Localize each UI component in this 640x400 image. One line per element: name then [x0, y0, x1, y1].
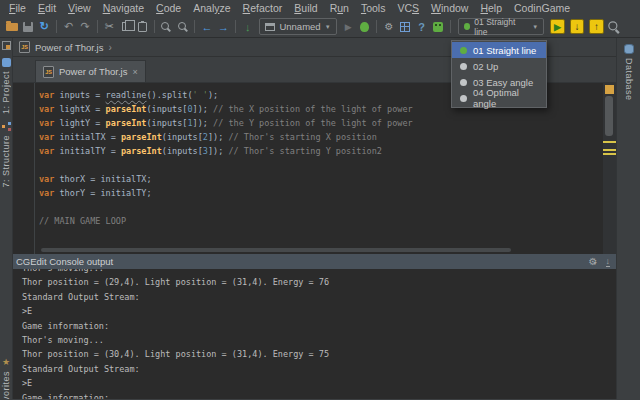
menu-edit[interactable]: Edit — [32, 1, 62, 15]
warning-marker — [605, 85, 614, 94]
menu-navigate[interactable]: Navigate — [97, 1, 150, 15]
console-actions: ⚙▾ ↓ — [589, 256, 610, 267]
menu-file[interactable]: File — [3, 1, 32, 15]
code-token: initialTX = — [54, 132, 121, 142]
menu-tools[interactable]: Tools — [355, 1, 392, 15]
code-token: ); — [208, 90, 218, 100]
settings-button[interactable]: ⚙ — [381, 18, 396, 36]
console-title: CGEdit Console output — [16, 256, 113, 267]
config-state-icon — [460, 47, 467, 54]
yellow-marker — [603, 149, 616, 151]
save-button[interactable] — [20, 18, 35, 36]
run-config-dropdown[interactable]: 01 Straight line ▼ — [458, 18, 545, 35]
chevron-down-icon: ▼ — [532, 24, 538, 30]
open-button[interactable] — [4, 18, 19, 36]
console-settings-button[interactable]: ⚙▾ — [589, 256, 597, 267]
menu-refactor[interactable]: Refactor — [237, 1, 289, 15]
console-line: >E — [22, 376, 616, 390]
upload-button[interactable]: ↑ — [589, 19, 603, 34]
toolbar-separator — [56, 20, 57, 33]
code-token: // Thor's starting Y position2 — [228, 146, 382, 156]
menu-help[interactable]: Help — [474, 1, 508, 15]
sidebar-item-favorites[interactable]: ★ Favorites — [1, 358, 11, 399]
search-everywhere-button[interactable] — [607, 18, 622, 36]
error-stripe[interactable] — [603, 83, 616, 254]
code-line[interactable]: var lightY = parseInt(inputs[1]); // the… — [39, 116, 603, 130]
find-button[interactable] — [159, 18, 174, 36]
play-icon: ▶ — [554, 22, 561, 32]
yellow-marker — [603, 153, 616, 155]
find-usages-button[interactable] — [175, 18, 190, 36]
run-button[interactable]: ▶ — [341, 18, 356, 36]
console-line: Standard Output Stream: — [22, 362, 616, 376]
code-token: readline — [106, 90, 147, 100]
back-button[interactable]: ← — [199, 18, 214, 36]
paste-button[interactable] — [134, 18, 149, 36]
project-structure-button[interactable] — [398, 18, 413, 36]
code-line[interactable]: var initialTX = parseInt(inputs[2]); // … — [39, 130, 603, 144]
menu-view[interactable]: View — [62, 1, 97, 15]
menu-build[interactable]: Build — [288, 1, 323, 15]
unnamed-dropdown[interactable]: Unnamed ▼ — [259, 18, 336, 35]
redo-button[interactable]: ↷ — [77, 18, 92, 36]
console-line: Standard Output Stream: — [22, 290, 616, 304]
menu-vcs[interactable]: VCS — [391, 1, 425, 15]
code-token: var — [39, 132, 54, 142]
run-config-option[interactable]: 01 Straight line — [452, 42, 546, 58]
codingame-sync-button[interactable] — [430, 18, 445, 36]
horizontal-scrollbar-thumb[interactable] — [41, 248, 511, 252]
console-line: Thor position = (30,4). Light position =… — [22, 347, 616, 361]
cut-button[interactable]: ✂ — [102, 18, 117, 36]
run-config-label: 01 Straight line — [474, 17, 528, 37]
favorites-icon: ★ — [2, 358, 10, 367]
structure-icon — [2, 122, 11, 131]
forward-button[interactable]: → — [216, 18, 231, 36]
code-line[interactable] — [39, 200, 603, 214]
debug-button[interactable] — [357, 18, 372, 36]
code-token: parseInt — [121, 146, 162, 156]
code-token: (). — [147, 90, 162, 100]
console-output[interactable]: Thor's moving...Thor position = (29,4). … — [13, 269, 616, 399]
sidebar-item-project[interactable]: 1: Project — [1, 58, 11, 114]
sidebar-item-structure[interactable]: 7: Structure — [1, 122, 11, 188]
run-config-option-label: 02 Up — [473, 61, 498, 72]
code-token: parseInt — [121, 132, 162, 142]
code-line[interactable]: // MAIN GAME LOOP — [39, 214, 603, 228]
run-config-option[interactable]: 02 Up — [452, 58, 546, 74]
open-folder-icon — [6, 23, 18, 31]
code-token: inputs = — [54, 90, 105, 100]
code-line[interactable]: var thorY = initialTY; — [39, 186, 603, 200]
close-icon[interactable]: × — [132, 67, 137, 77]
tab-power-of-thor[interactable]: JS Power of Thor.js × — [35, 60, 146, 82]
menu-window[interactable]: Window — [425, 1, 474, 15]
code-line[interactable] — [39, 158, 603, 172]
menu-codingame[interactable]: CodinGame — [508, 1, 576, 15]
code-line[interactable]: var thorX = initialTX; — [39, 172, 603, 186]
menu-code[interactable]: Code — [150, 1, 187, 15]
code-line[interactable]: var initialTY = parseInt(inputs[3]); // … — [39, 144, 603, 158]
scrollbar-thumb[interactable] — [605, 96, 613, 136]
run-config-option[interactable]: 04 Optimal angle — [452, 90, 546, 106]
code-token: (inputs[ — [147, 104, 188, 114]
update-project-button[interactable]: ↓ — [240, 18, 255, 36]
menu-analyze[interactable]: Analyze — [187, 1, 236, 15]
download-button[interactable]: ↓ — [570, 19, 584, 34]
menu-run[interactable]: Run — [324, 1, 355, 15]
sidebar-item-database[interactable]: Database — [624, 44, 634, 101]
project-button-label: 1: Project — [1, 71, 11, 114]
breadcrumb-chevron-icon: › — [108, 42, 111, 53]
right-tool-bar: Database — [616, 38, 640, 399]
breadcrumb[interactable]: Power of Thor.js — [35, 42, 103, 53]
tool-window-icon[interactable] — [2, 41, 11, 50]
sync-button[interactable]: ↻ — [37, 18, 52, 36]
hide-panel-button[interactable]: ↓ — [606, 257, 611, 267]
undo-button[interactable]: ↶ — [61, 18, 76, 36]
code-token: thorY = initialTY; — [54, 188, 151, 198]
play-test-button[interactable]: ▶ — [550, 19, 564, 34]
copy-button[interactable] — [118, 18, 133, 36]
code-token: var — [39, 104, 54, 114]
find-icon — [161, 22, 171, 32]
code-token: lightY = — [54, 118, 105, 128]
code-token: var — [39, 90, 54, 100]
help-button[interactable]: ? — [414, 18, 429, 36]
